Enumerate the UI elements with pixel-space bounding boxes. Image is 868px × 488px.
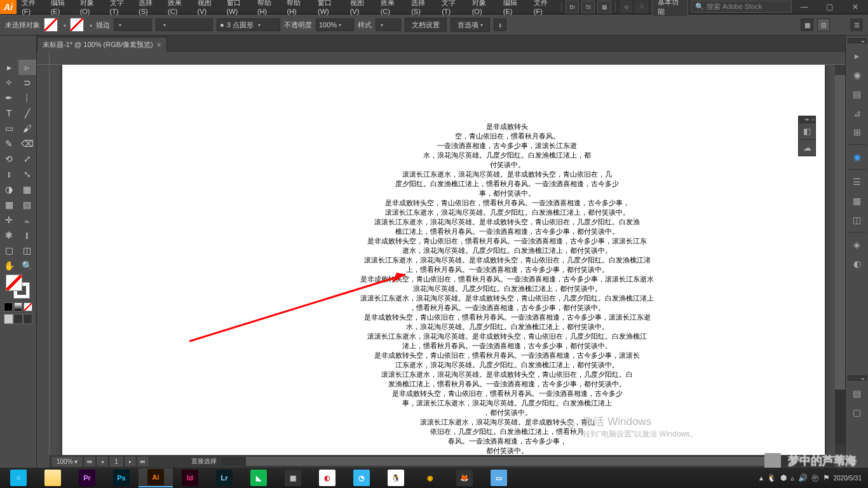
document-tab[interactable]: 未标题-1* @ 100% (RGB/像素预览) × xyxy=(37,37,167,52)
swatches-panel-icon[interactable]: ▤ xyxy=(848,86,866,102)
arrange-icon[interactable]: ▦ xyxy=(597,1,611,13)
artboard-tool[interactable]: ▢ xyxy=(0,243,18,258)
menu-文件(F)[interactable]: 文件(F) xyxy=(529,0,559,15)
bridge-icon[interactable]: Br xyxy=(566,1,579,13)
transform-panel-icon[interactable]: ▦ xyxy=(801,18,813,31)
tray-flag-icon[interactable]: ⚑ xyxy=(823,473,830,482)
artboard-num-input[interactable]: 1 xyxy=(110,457,123,466)
graphic-styles-icon[interactable]: ◐ xyxy=(848,255,866,272)
type-tool[interactable]: T xyxy=(0,105,18,121)
taskbar-qq[interactable]: 🐧 xyxy=(379,468,413,487)
menu-item[interactable]: 选择(S) xyxy=(133,0,163,15)
menu-选择(S)[interactable]: 选择(S) xyxy=(406,0,437,15)
fill-stroke-control[interactable] xyxy=(6,274,31,300)
tray-net-icon[interactable]: ▵ xyxy=(790,473,794,482)
menu-item[interactable]: 文件(F) xyxy=(17,0,45,15)
align-icon[interactable]: ⫾ xyxy=(494,18,506,31)
first-artboard-button[interactable]: ⏮ xyxy=(85,457,95,466)
info-panel-icon[interactable]: ◧ xyxy=(799,123,815,139)
taskbar-chat[interactable]: ◔ xyxy=(344,468,379,487)
menu-item[interactable]: 编辑(E) xyxy=(46,0,75,15)
menu-文字(T)[interactable]: 文字(T) xyxy=(437,0,466,15)
dock-collapse-icon[interactable]: ◂▸ xyxy=(848,38,867,43)
system-tray[interactable]: ▴ 🐧 ⬢ ▵ 🔊 ㊥ ⚑ 2020/5/31 xyxy=(759,473,867,484)
symbol-sprayer-tool[interactable]: ❃ xyxy=(0,227,18,243)
taskbar-chrome[interactable]: ◉ xyxy=(413,468,447,487)
shape-builder-tool[interactable]: ◑ xyxy=(0,182,18,197)
menu-编辑(E)[interactable]: 编辑(E) xyxy=(498,0,529,15)
tray-ime-icon[interactable]: ㊥ xyxy=(811,473,819,484)
lasso-tool[interactable]: ⊃ xyxy=(18,75,37,90)
cc-libraries-icon[interactable]: ◉ xyxy=(848,149,866,165)
paintbrush-tool[interactable]: 🖌 xyxy=(18,121,37,136)
free-transform-tool[interactable]: ⤡ xyxy=(18,166,37,182)
workspace-switcher[interactable]: 基本功能 xyxy=(652,0,688,17)
color-panel-icon[interactable]: ◉ xyxy=(848,67,866,83)
taskbar-fox[interactable]: 🦊 xyxy=(447,468,482,487)
gradient-mode-icon[interactable] xyxy=(14,302,23,311)
rectangle-tool[interactable]: ▭ xyxy=(0,121,18,136)
maximize-button[interactable]: ▢ xyxy=(817,0,843,14)
close-button[interactable]: ✕ xyxy=(843,0,868,14)
stroke-swatch[interactable] xyxy=(70,18,84,32)
menu-窗口(W)[interactable]: 窗口(W) xyxy=(313,0,345,15)
stroke-variable[interactable] xyxy=(156,18,213,31)
next-artboard-button[interactable]: ▸ xyxy=(125,457,135,466)
menu-对象(O)[interactable]: 对象(O) xyxy=(467,0,498,15)
menu-item[interactable]: 文字(T) xyxy=(105,0,133,15)
canvas[interactable]: 是非成败转头空，青山依旧在，惯看秋月春风。一壶浊酒喜相逢，古今多少事，滚滚长江东… xyxy=(37,52,845,468)
selection-tool[interactable]: ▸ xyxy=(0,60,18,75)
fill-swatch[interactable] xyxy=(44,18,58,32)
menu-item[interactable]: 窗口(W) xyxy=(222,0,252,15)
normal-screen-icon[interactable] xyxy=(4,314,13,324)
slice-tool[interactable]: ◫ xyxy=(18,243,37,258)
blend-tool[interactable]: ⩋ xyxy=(18,212,37,227)
tray-up-icon[interactable]: ▴ xyxy=(759,473,763,482)
zoom-input[interactable]: 100% ▾ xyxy=(52,457,82,466)
direct-selection-tool[interactable]: ▹ xyxy=(18,60,37,75)
tray-vol-icon[interactable]: 🔊 xyxy=(798,473,808,482)
stock-icon[interactable]: St xyxy=(581,1,595,13)
panel-menu-icon[interactable]: ☰ xyxy=(850,18,863,31)
minimize-button[interactable]: — xyxy=(792,0,817,14)
brush-def[interactable]: ● 3 点圆形 xyxy=(217,18,280,31)
horizontal-ruler[interactable] xyxy=(50,52,845,65)
isolate-icon[interactable]: ⊟ xyxy=(817,18,830,31)
line-tool[interactable]: ╱ xyxy=(18,105,37,121)
symbols-panel-icon[interactable]: ⊞ xyxy=(848,124,866,140)
gradient-tool[interactable]: ▤ xyxy=(18,197,37,212)
presentation-icon[interactable] xyxy=(23,314,32,324)
taskbar-illustrator[interactable]: Ai xyxy=(139,468,173,487)
tray-qq-icon[interactable]: 🐧 xyxy=(767,473,776,482)
taskbar-photoshop[interactable]: Ps xyxy=(104,468,139,487)
hand-tool[interactable]: ✋ xyxy=(0,258,18,273)
color-mode-icon[interactable] xyxy=(4,302,13,311)
menu-item[interactable]: 帮助(H) xyxy=(252,0,281,15)
mesh-tool[interactable]: ▦ xyxy=(0,197,18,212)
scale-tool[interactable]: ⤢ xyxy=(18,151,37,166)
taskbar-lightroom[interactable]: Lr xyxy=(207,468,241,487)
shaper-tool[interactable]: ✎ xyxy=(0,136,18,151)
tray-shield-icon[interactable]: ⬢ xyxy=(780,473,787,482)
close-tab-icon[interactable]: × xyxy=(157,41,161,50)
eyedropper-tool[interactable]: ✛ xyxy=(0,212,18,227)
menu-视图(V)[interactable]: 视图(V) xyxy=(345,0,376,15)
area-type-object[interactable]: 是非成败转头空，青山依旧在，惯看秋月春风。一壶浊酒喜相逢，古今多少事，滚滚长江东… xyxy=(342,122,672,455)
artboard[interactable]: 是非成败转头空，青山依旧在，惯看秋月春风。一壶浊酒喜相逢，古今多少事，滚滚长江东… xyxy=(62,65,825,455)
menu-item[interactable]: 对象(O) xyxy=(75,0,105,15)
taskbar-video[interactable]: ▦ xyxy=(276,468,310,487)
taskbar-indesign[interactable]: Id xyxy=(173,468,207,487)
ruler-origin[interactable] xyxy=(37,52,50,65)
eraser-tool[interactable]: ⌫ xyxy=(18,136,37,151)
preferences-button[interactable]: 首选项 xyxy=(451,18,490,32)
taskbar-green[interactable]: ◣ xyxy=(241,468,276,487)
taskbar-notes[interactable]: ▭ xyxy=(482,468,516,487)
magic-wand-tool[interactable]: ✧ xyxy=(0,75,18,90)
horizontal-scrollbar[interactable] xyxy=(222,457,832,466)
gradient-panel-icon[interactable]: ▦ xyxy=(848,193,866,209)
stroke-panel-icon[interactable]: ☰ xyxy=(848,173,866,190)
library-panel-icon[interactable]: ☁ xyxy=(799,139,815,156)
vertical-scrollbar[interactable] xyxy=(835,65,845,455)
style-dropdown[interactable] xyxy=(376,18,401,31)
rotate-tool[interactable]: ⟲ xyxy=(0,151,18,166)
